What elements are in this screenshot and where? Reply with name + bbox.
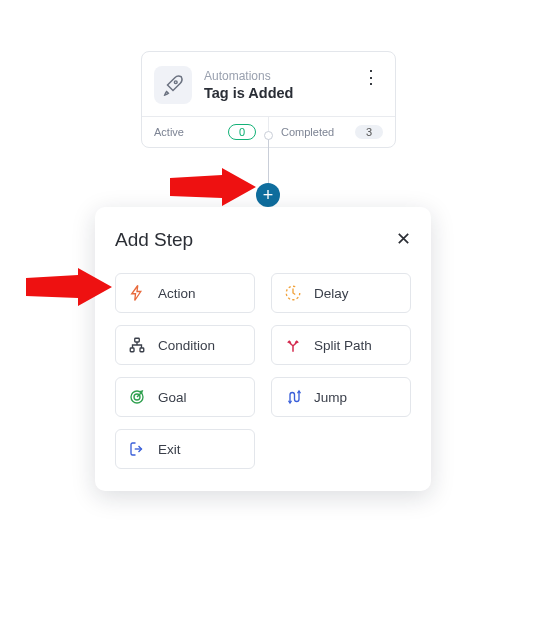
svg-rect-3	[140, 348, 144, 352]
stat-completed-label: Completed	[281, 126, 334, 138]
stat-active-label: Active	[154, 126, 184, 138]
option-condition[interactable]: Condition	[115, 325, 255, 365]
modal-title: Add Step	[115, 229, 193, 251]
option-exit-label: Exit	[158, 442, 181, 457]
option-action-label: Action	[158, 286, 196, 301]
svg-rect-1	[135, 338, 140, 342]
jump-icon	[284, 388, 302, 406]
option-split-path-label: Split Path	[314, 338, 372, 353]
target-icon	[128, 388, 146, 406]
option-action[interactable]: Action	[115, 273, 255, 313]
svg-point-0	[174, 81, 177, 84]
option-split-path[interactable]: Split Path	[271, 325, 411, 365]
option-condition-label: Condition	[158, 338, 215, 353]
sitemap-icon	[128, 336, 146, 354]
split-icon	[284, 336, 302, 354]
stat-active[interactable]: Active 0	[142, 117, 268, 147]
plus-icon: +	[263, 185, 274, 206]
option-delay[interactable]: Delay	[271, 273, 411, 313]
trigger-card-body[interactable]: Automations Tag is Added ⋮	[154, 66, 383, 116]
stat-completed-badge: 3	[355, 125, 383, 139]
add-step-button[interactable]: +	[256, 183, 280, 207]
svg-marker-6	[170, 168, 256, 206]
option-goal-label: Goal	[158, 390, 187, 405]
trigger-title: Tag is Added	[204, 85, 346, 101]
option-exit[interactable]: Exit	[115, 429, 255, 469]
stat-completed[interactable]: Completed 3	[268, 117, 395, 147]
trigger-subtitle: Automations	[204, 69, 346, 85]
connector-dot	[264, 131, 273, 140]
option-jump[interactable]: Jump	[271, 377, 411, 417]
annotation-arrow-plus	[170, 168, 256, 206]
kebab-menu-icon[interactable]: ⋮	[358, 66, 383, 88]
stat-active-badge: 0	[228, 124, 256, 140]
close-icon[interactable]	[396, 231, 411, 250]
add-step-modal: Add Step Action Delay Condition	[95, 207, 431, 491]
option-goal[interactable]: Goal	[115, 377, 255, 417]
bolt-icon	[128, 284, 146, 302]
option-jump-label: Jump	[314, 390, 347, 405]
option-delay-label: Delay	[314, 286, 349, 301]
rocket-icon	[154, 66, 192, 104]
exit-icon	[128, 440, 146, 458]
clock-icon	[284, 284, 302, 302]
option-grid: Action Delay Condition Split Path Goal	[115, 273, 411, 469]
svg-rect-2	[130, 348, 134, 352]
